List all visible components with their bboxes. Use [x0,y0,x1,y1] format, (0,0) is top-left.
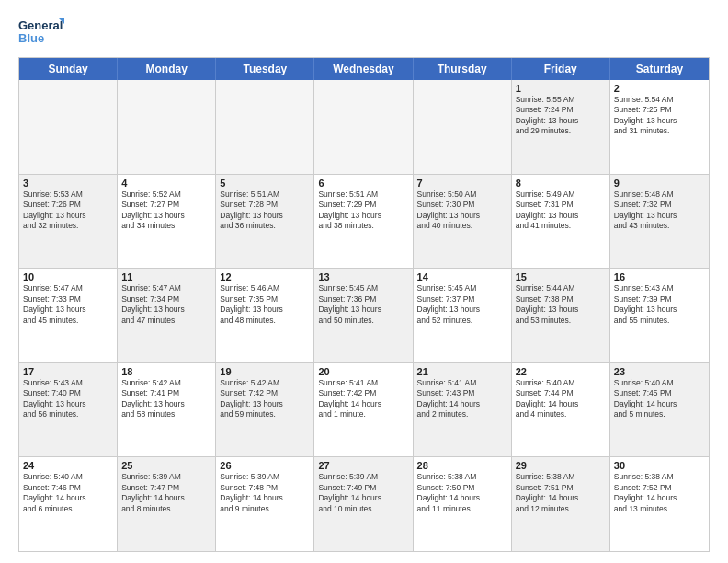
day-number: 16 [614,271,705,282]
header-day-friday: Friday [512,58,610,80]
day-cell-15: 15Sunrise: 5:44 AM Sunset: 7:38 PM Dayli… [512,269,610,362]
day-info: Sunrise: 5:46 AM Sunset: 7:35 PM Dayligh… [220,283,310,326]
header-day-sunday: Sunday [19,58,118,80]
svg-text:Blue: Blue [18,31,44,45]
day-info: Sunrise: 5:53 AM Sunset: 7:26 PM Dayligh… [23,190,113,232]
header-day-thursday: Thursday [414,58,512,80]
day-info: Sunrise: 5:43 AM Sunset: 7:39 PM Dayligh… [614,283,705,326]
calendar-row-1: 3Sunrise: 5:53 AM Sunset: 7:26 PM Daylig… [19,174,709,269]
svg-text:General: General [18,18,63,32]
day-info: Sunrise: 5:47 AM Sunset: 7:34 PM Dayligh… [121,283,211,326]
day-info: Sunrise: 5:45 AM Sunset: 7:37 PM Dayligh… [417,283,507,326]
day-number: 24 [23,460,113,471]
day-number: 4 [121,178,211,189]
calendar-body: 1Sunrise: 5:55 AM Sunset: 7:24 PM Daylig… [19,80,709,551]
day-number: 26 [220,460,310,471]
empty-cell-0-2 [216,80,314,174]
header-day-saturday: Saturday [610,58,709,80]
day-info: Sunrise: 5:45 AM Sunset: 7:36 PM Dayligh… [318,283,408,326]
day-number: 8 [516,178,606,189]
day-number: 15 [516,271,606,282]
calendar-row-3: 17Sunrise: 5:43 AM Sunset: 7:40 PM Dayli… [19,362,709,457]
day-cell-10: 10Sunrise: 5:47 AM Sunset: 7:33 PM Dayli… [19,269,118,362]
day-cell-21: 21Sunrise: 5:41 AM Sunset: 7:43 PM Dayli… [414,363,512,457]
day-number: 12 [220,271,310,282]
day-info: Sunrise: 5:38 AM Sunset: 7:51 PM Dayligh… [516,472,606,514]
day-cell-14: 14Sunrise: 5:45 AM Sunset: 7:37 PM Dayli… [414,269,512,362]
day-cell-30: 30Sunrise: 5:38 AM Sunset: 7:52 PM Dayli… [610,457,709,551]
day-number: 21 [417,366,507,377]
day-info: Sunrise: 5:39 AM Sunset: 7:49 PM Dayligh… [318,472,408,514]
header: General Blue [18,15,710,50]
day-cell-28: 28Sunrise: 5:38 AM Sunset: 7:50 PM Dayli… [414,457,512,551]
day-number: 23 [614,366,705,377]
calendar: SundayMondayTuesdayWednesdayThursdayFrid… [18,57,710,552]
day-cell-18: 18Sunrise: 5:42 AM Sunset: 7:41 PM Dayli… [118,363,216,457]
day-info: Sunrise: 5:51 AM Sunset: 7:28 PM Dayligh… [220,190,310,232]
day-info: Sunrise: 5:55 AM Sunset: 7:24 PM Dayligh… [516,95,606,137]
day-number: 18 [121,366,211,377]
day-number: 2 [614,83,705,94]
day-info: Sunrise: 5:50 AM Sunset: 7:30 PM Dayligh… [417,190,507,232]
day-info: Sunrise: 5:38 AM Sunset: 7:52 PM Dayligh… [614,472,705,514]
day-info: Sunrise: 5:48 AM Sunset: 7:32 PM Dayligh… [614,190,705,232]
calendar-row-4: 24Sunrise: 5:40 AM Sunset: 7:46 PM Dayli… [19,456,709,551]
day-cell-20: 20Sunrise: 5:41 AM Sunset: 7:42 PM Dayli… [314,363,413,457]
day-cell-4: 4Sunrise: 5:52 AM Sunset: 7:27 PM Daylig… [118,175,216,269]
day-info: Sunrise: 5:39 AM Sunset: 7:47 PM Dayligh… [121,472,211,514]
header-day-monday: Monday [118,58,216,80]
day-number: 6 [318,178,408,189]
day-number: 14 [417,271,507,282]
day-cell-11: 11Sunrise: 5:47 AM Sunset: 7:34 PM Dayli… [118,269,216,362]
day-info: Sunrise: 5:42 AM Sunset: 7:41 PM Dayligh… [121,378,211,420]
day-number: 7 [417,178,507,189]
empty-cell-0-3 [314,80,413,174]
day-cell-5: 5Sunrise: 5:51 AM Sunset: 7:28 PM Daylig… [216,175,314,269]
logo: General Blue [18,15,64,50]
day-number: 5 [220,178,310,189]
day-number: 17 [23,366,113,377]
day-number: 28 [417,460,507,471]
day-info: Sunrise: 5:42 AM Sunset: 7:42 PM Dayligh… [220,378,310,420]
day-cell-2: 2Sunrise: 5:54 AM Sunset: 7:25 PM Daylig… [610,80,709,174]
day-number: 25 [121,460,211,471]
day-cell-29: 29Sunrise: 5:38 AM Sunset: 7:51 PM Dayli… [512,457,610,551]
logo-svg: General Blue [18,15,64,50]
day-cell-25: 25Sunrise: 5:39 AM Sunset: 7:47 PM Dayli… [118,457,216,551]
day-info: Sunrise: 5:43 AM Sunset: 7:40 PM Dayligh… [23,378,113,420]
day-info: Sunrise: 5:40 AM Sunset: 7:45 PM Dayligh… [614,378,705,420]
day-number: 1 [516,83,606,94]
day-number: 22 [516,366,606,377]
day-cell-8: 8Sunrise: 5:49 AM Sunset: 7:31 PM Daylig… [512,175,610,269]
calendar-row-2: 10Sunrise: 5:47 AM Sunset: 7:33 PM Dayli… [19,268,709,362]
day-info: Sunrise: 5:44 AM Sunset: 7:38 PM Dayligh… [516,283,606,326]
page: General Blue SundayMondayTuesdayWednesda… [0,0,728,563]
day-cell-19: 19Sunrise: 5:42 AM Sunset: 7:42 PM Dayli… [216,363,314,457]
empty-cell-0-0 [19,80,118,174]
day-number: 19 [220,366,310,377]
day-cell-12: 12Sunrise: 5:46 AM Sunset: 7:35 PM Dayli… [216,269,314,362]
day-number: 29 [516,460,606,471]
day-cell-24: 24Sunrise: 5:40 AM Sunset: 7:46 PM Dayli… [19,457,118,551]
calendar-row-0: 1Sunrise: 5:55 AM Sunset: 7:24 PM Daylig… [19,80,709,174]
day-number: 13 [318,271,408,282]
calendar-header: SundayMondayTuesdayWednesdayThursdayFrid… [19,58,709,80]
day-info: Sunrise: 5:49 AM Sunset: 7:31 PM Dayligh… [516,190,606,232]
day-info: Sunrise: 5:54 AM Sunset: 7:25 PM Dayligh… [614,95,705,137]
day-info: Sunrise: 5:41 AM Sunset: 7:42 PM Dayligh… [318,378,408,420]
day-cell-9: 9Sunrise: 5:48 AM Sunset: 7:32 PM Daylig… [610,175,709,269]
header-day-tuesday: Tuesday [216,58,314,80]
day-info: Sunrise: 5:40 AM Sunset: 7:44 PM Dayligh… [516,378,606,420]
day-number: 9 [614,178,705,189]
day-cell-13: 13Sunrise: 5:45 AM Sunset: 7:36 PM Dayli… [314,269,413,362]
day-info: Sunrise: 5:51 AM Sunset: 7:29 PM Dayligh… [318,190,408,232]
day-cell-1: 1Sunrise: 5:55 AM Sunset: 7:24 PM Daylig… [512,80,610,174]
day-cell-27: 27Sunrise: 5:39 AM Sunset: 7:49 PM Dayli… [314,457,413,551]
empty-cell-0-4 [414,80,512,174]
day-cell-22: 22Sunrise: 5:40 AM Sunset: 7:44 PM Dayli… [512,363,610,457]
day-info: Sunrise: 5:47 AM Sunset: 7:33 PM Dayligh… [23,283,113,326]
day-info: Sunrise: 5:52 AM Sunset: 7:27 PM Dayligh… [121,190,211,232]
day-cell-16: 16Sunrise: 5:43 AM Sunset: 7:39 PM Dayli… [610,269,709,362]
day-info: Sunrise: 5:41 AM Sunset: 7:43 PM Dayligh… [417,378,507,420]
day-number: 10 [23,271,113,282]
